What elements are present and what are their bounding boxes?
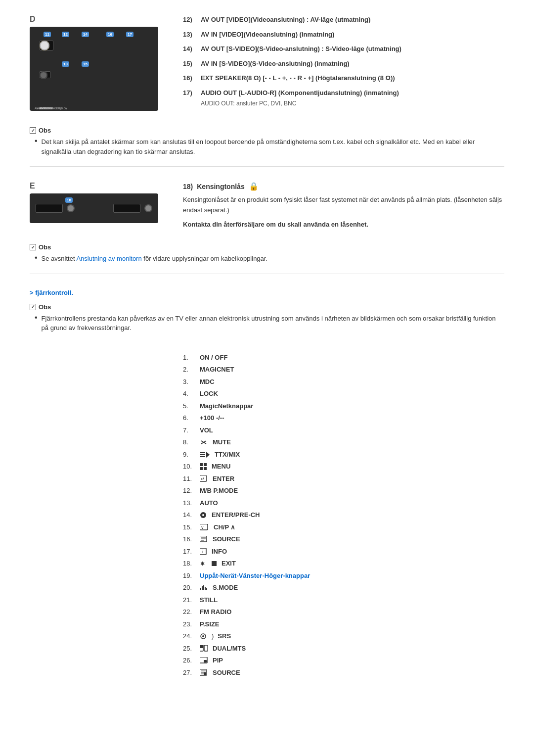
remote-num-6: 6. [183, 413, 197, 423]
badge-13: 13 [62, 61, 69, 67]
remote-num-3: 3. [183, 377, 197, 387]
item-14-num: 14) [183, 44, 197, 54]
dual-icon [200, 645, 208, 652]
remote-num-10: 10. [183, 462, 197, 472]
enter-prech-icon [200, 512, 207, 519]
connector-11 [40, 71, 47, 79]
remote-num-9: 9. [183, 450, 197, 460]
svg-rect-34 [204, 660, 207, 662]
srs-paren-close: ) [212, 631, 214, 641]
item-14-text: AV OUT [S-VIDEO](S-Video-anslutning) : S… [201, 45, 401, 52]
remote-item-8: 8. MUTE [183, 437, 351, 447]
obs1-bullet: Det kan skilja på antalet skärmar som ka… [35, 137, 504, 156]
svg-rect-2 [200, 452, 205, 453]
fjarr-link[interactable]: fjärrkontroll. [35, 289, 73, 296]
kensingtonlas-text1: Kensingtonlåset är en produkt som fysisk… [183, 195, 504, 216]
item-15-text: AV IN [S-VIDEO](S-Video-anslutning) (inm… [201, 60, 350, 67]
remote-item-26: 26. PIP [183, 656, 351, 665]
remote-label-5: MagicNetknappar [200, 401, 253, 411]
obs1-title: Obs [39, 127, 51, 134]
svg-rect-7 [204, 463, 207, 466]
item-16-text: EXT SPEAKER(8 Ω) [- - L - +, - - R - +] … [201, 74, 395, 82]
remote-item-19: 19. Uppåt-Nerät-Vänster-Höger-knappar [183, 571, 351, 581]
remote-num-15: 15. [183, 522, 197, 532]
remote-label-13: AUTO [200, 498, 218, 508]
chp-icon: ∨ [200, 524, 209, 531]
pip-icon [200, 657, 208, 664]
remote-num-17: 17. [183, 547, 197, 557]
obs2-text: Se avsnittet Anslutning av monitorn för … [42, 254, 267, 264]
remote-label-26: PIP [213, 656, 223, 665]
svg-marker-5 [206, 452, 210, 458]
svg-rect-32 [200, 645, 203, 648]
remote-item-20: 20. S.MODE [183, 583, 351, 593]
srs-icon [200, 633, 208, 640]
remote-label-8: MUTE [213, 437, 231, 447]
slot-right [113, 204, 140, 213]
badge-12: 12 [62, 32, 69, 37]
obs-section-1: ✓ Obs Det kan skilja på antalet skärmar … [30, 127, 504, 156]
svg-point-29 [202, 635, 204, 637]
item-12-num: 12) [183, 15, 197, 25]
remote-num-2: 2. [183, 365, 197, 375]
menu-icon [200, 463, 207, 470]
remote-item-6: 6. +100 -/-- [183, 413, 351, 423]
svg-rect-9 [204, 467, 207, 470]
remote-num-8: 8. [183, 437, 197, 447]
obs3-title: Obs [39, 303, 51, 311]
panel-d-image: D 11 12 14 16 17 13 15 [30, 15, 168, 111]
list-item-13: 13) AV IN [VIDEO](Videoanslutning) (inma… [183, 30, 504, 40]
remote-label-21: STILL [200, 595, 218, 605]
kabelkopplingar-link[interactable]: Anslutning av monitorn [76, 255, 141, 262]
item-12-text: AV OUT [VIDEO](Videoanslutning) : AV-läg… [201, 15, 370, 25]
obs2-bullet: Se avsnittet Anslutning av monitorn för … [35, 254, 504, 264]
svg-text:∨: ∨ [201, 525, 204, 530]
remote-num-18: 18. [183, 559, 197, 568]
remote-num-13: 13. [183, 498, 197, 508]
remote-num-26: 26. [183, 656, 197, 665]
remote-num-16: 16. [183, 534, 197, 544]
obs2-checkbox: ✓ [30, 244, 36, 250]
item-17-text: AUDIO OUT [L-AUDIO-R] (Komponentljudansl… [201, 89, 399, 96]
remote-label-17: INFO [212, 547, 227, 557]
remote-item-10: 10. MENU [183, 462, 351, 472]
remote-label-19: Uppåt-Nerät-Vänster-Höger-knappar [200, 571, 310, 581]
remote-label-9: TTX/MIX [215, 450, 240, 460]
exit-square-icon [212, 561, 217, 566]
remote-label-23: P.SIZE [200, 619, 220, 629]
divider-1 [30, 166, 504, 167]
remote-item-22: 22. FM RADIO [183, 607, 351, 617]
label-audio-out: AUDIO OUT [37, 107, 54, 110]
panel-d-label: D [30, 15, 168, 24]
badge-17: 17 [126, 32, 134, 37]
slot-left [36, 204, 63, 213]
kensington-slot-2 [144, 204, 152, 212]
remote-label-24: SRS [218, 631, 231, 641]
remote-item-25: 25. DUAL/MTS [183, 644, 351, 654]
section-e-right: 18) Kensingtonlås 🔒 Kensingtonlåset är e… [183, 182, 504, 230]
remote-label-16: SOURCE [213, 534, 240, 544]
remote-list: 1. ON / OFF 2. MAGICNET 3. MDC 4. LOCK 5… [183, 353, 351, 678]
remote-label-25: DUAL/MTS [213, 644, 246, 654]
section-e: E 18 18) Kensingtonlås 🔒 Kensingtonlåset… [30, 182, 504, 230]
remote-label-20: S.MODE [213, 583, 238, 593]
ttx-icon [200, 452, 210, 458]
svg-rect-8 [200, 467, 203, 470]
remote-label-1: ON / OFF [200, 353, 227, 363]
remote-num-22: 22. [183, 607, 197, 617]
obs2-label: ✓ Obs [30, 243, 504, 251]
smode-icon [200, 584, 208, 591]
svg-rect-3 [200, 454, 205, 455]
remote-item-18: 18. ✱ EXIT [183, 559, 351, 568]
svg-rect-6 [200, 463, 203, 466]
list-item-17: 17) AUDIO OUT [L-AUDIO-R] (Komponentljud… [183, 88, 504, 108]
mute-icon [200, 439, 208, 445]
badge-18: 18 [65, 197, 73, 203]
remote-num-21: 21. [183, 595, 197, 605]
enter-icon: ↵ [200, 475, 208, 482]
kensingtonlas-text2: Kontakta din återförsäljare om du skall … [183, 220, 504, 230]
remote-item-23: 23. P.SIZE [183, 619, 351, 629]
list-item-12: 12) AV OUT [VIDEO](Videoanslutning) : AV… [183, 15, 504, 25]
list-item-15: 15) AV IN [S-VIDEO](S-Video-anslutning) … [183, 59, 504, 69]
remote-num-4: 4. [183, 389, 197, 399]
